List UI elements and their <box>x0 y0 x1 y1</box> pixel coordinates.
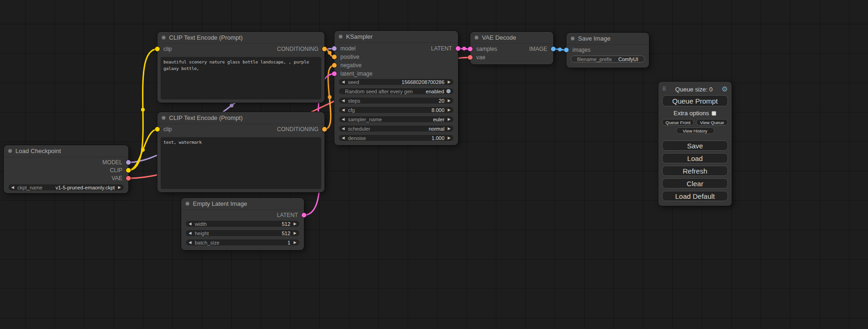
settings-gear-icon[interactable]: ⚙ <box>722 85 728 93</box>
node-header[interactable]: KSampler <box>334 31 458 43</box>
right-arrow-icon[interactable]: ▶ <box>294 241 296 245</box>
view-queue-button[interactable]: View Queue <box>696 119 728 126</box>
output-dot-clip[interactable] <box>126 168 131 173</box>
load-default-button[interactable]: Load Default <box>662 191 728 201</box>
node-clip-text-encode-positive[interactable]: CLIP Text Encode (Prompt) clip CONDITION… <box>157 32 325 103</box>
input-dot-positive[interactable] <box>332 55 337 59</box>
clear-button[interactable]: Clear <box>662 178 728 189</box>
left-arrow-icon[interactable]: ◀ <box>342 136 345 140</box>
output-dot-latent[interactable] <box>302 213 306 217</box>
right-arrow-icon[interactable]: ▶ <box>448 99 451 103</box>
width-widget[interactable]: ◀ width 512 ▶ <box>185 220 300 227</box>
left-arrow-icon[interactable]: ◀ <box>342 99 345 103</box>
batch-size-widget[interactable]: ◀ batch_size 1 ▶ <box>185 239 300 246</box>
toggle-knob-icon[interactable] <box>446 89 451 93</box>
widget-label: height <box>195 231 209 236</box>
collapse-dot-icon[interactable] <box>185 202 190 206</box>
right-arrow-icon[interactable]: ▶ <box>294 231 296 235</box>
denoise-widget[interactable]: ◀ denoise 1.000 ▶ <box>339 134 454 141</box>
node-header[interactable]: VAE Decode <box>470 32 553 44</box>
collapse-dot-icon[interactable] <box>162 116 166 120</box>
filename-prefix-widget[interactable]: filename_prefix ComfyUI <box>571 56 645 63</box>
output-dot-model[interactable] <box>126 160 131 165</box>
node-save-image[interactable]: Save Image images filename_prefix ComfyU… <box>566 33 649 68</box>
output-dot-latent[interactable] <box>456 46 460 51</box>
widget-value: v1-5-pruned-emaonly.ckpt <box>56 185 115 190</box>
node-vae-decode[interactable]: VAE Decode samples IMAGE vae <box>470 32 553 64</box>
input-dot-negative[interactable] <box>332 63 337 68</box>
node-empty-latent-image[interactable]: Empty Latent Image LATENT ◀ width 512 ▶ … <box>181 198 304 250</box>
right-arrow-icon[interactable]: ▶ <box>448 136 451 140</box>
cfg-widget[interactable]: ◀ cfg 8.000 ▶ <box>339 106 454 113</box>
collapse-dot-icon[interactable] <box>571 36 575 41</box>
collapse-dot-icon[interactable] <box>8 149 12 153</box>
input-dot-latent-image[interactable] <box>332 71 337 76</box>
output-slot-clip: CLIP <box>4 167 128 175</box>
wire-midpoint-dot[interactable] <box>230 104 233 107</box>
input-dot-samples[interactable] <box>468 47 473 51</box>
output-dot-conditioning[interactable] <box>322 47 327 51</box>
prompt-textarea[interactable]: text, watermark <box>161 137 321 189</box>
node-load-checkpoint[interactable]: Load Checkpoint MODEL CLIP VAE ◀ ckpt_na… <box>4 145 128 193</box>
wire-midpoint-dot[interactable] <box>328 95 332 99</box>
right-arrow-icon[interactable]: ▶ <box>448 108 451 112</box>
widget-label: filename_prefix <box>577 56 612 62</box>
output-dot-image[interactable] <box>551 47 556 51</box>
input-dot-images[interactable] <box>564 48 569 52</box>
left-arrow-icon[interactable]: ◀ <box>189 241 191 245</box>
left-arrow-icon[interactable]: ◀ <box>11 186 14 189</box>
node-header[interactable]: CLIP Text Encode (Prompt) <box>157 32 325 44</box>
left-arrow-icon[interactable]: ◀ <box>189 231 191 235</box>
extra-options-checkbox[interactable] <box>712 111 716 116</box>
collapse-dot-icon[interactable] <box>162 35 166 40</box>
right-arrow-icon[interactable]: ▶ <box>294 222 296 226</box>
node-clip-text-encode-negative[interactable]: CLIP Text Encode (Prompt) clip CONDITION… <box>157 112 325 192</box>
left-arrow-icon[interactable]: ◀ <box>342 118 345 121</box>
output-dot-vae[interactable] <box>126 176 131 181</box>
height-widget[interactable]: ◀ height 512 ▶ <box>185 230 300 237</box>
right-arrow-icon[interactable]: ▶ <box>448 127 451 131</box>
wire-midpoint-dot[interactable] <box>141 148 145 152</box>
view-history-button[interactable]: View History <box>676 127 714 134</box>
slot-label: IMAGE <box>529 46 547 52</box>
right-arrow-icon[interactable]: ▶ <box>118 186 121 189</box>
left-arrow-icon[interactable]: ◀ <box>342 108 345 112</box>
collapse-dot-icon[interactable] <box>474 35 479 40</box>
left-arrow-icon[interactable]: ◀ <box>342 127 345 131</box>
wire-midpoint-dot[interactable] <box>462 47 466 50</box>
right-arrow-icon[interactable]: ▶ <box>448 118 451 121</box>
slot-label: negative <box>340 62 361 69</box>
output-dot-conditioning[interactable] <box>322 127 327 132</box>
wire-midpoint-dot[interactable] <box>558 48 562 51</box>
load-button[interactable]: Load <box>662 153 728 163</box>
prompt-textarea[interactable]: beautiful scenery nature glass bottle la… <box>161 57 321 99</box>
input-dot-clip[interactable] <box>155 47 160 51</box>
left-arrow-icon[interactable]: ◀ <box>189 222 191 226</box>
random-seed-toggle-widget[interactable]: Random seed after every gen enabled <box>339 88 454 95</box>
input-dot-vae[interactable] <box>468 55 473 60</box>
seed-widget[interactable]: ◀ seed 156680208700286 ▶ <box>339 78 454 85</box>
wire-midpoint-dot[interactable] <box>141 108 145 112</box>
steps-widget[interactable]: ◀ steps 20 ▶ <box>339 97 454 104</box>
scheduler-widget[interactable]: ◀ scheduler normal ▶ <box>339 125 454 132</box>
queue-prompt-button[interactable]: Queue Prompt <box>662 95 728 106</box>
node-header[interactable]: CLIP Text Encode (Prompt) <box>157 112 325 124</box>
wire-midpoint-dot[interactable] <box>328 51 332 55</box>
node-header[interactable]: Save Image <box>566 33 649 45</box>
input-dot-model[interactable] <box>332 46 337 51</box>
node-header[interactable]: Load Checkpoint <box>4 145 128 157</box>
save-button[interactable]: Save <box>662 140 728 151</box>
left-arrow-icon[interactable]: ◀ <box>342 80 345 84</box>
sampler-name-widget[interactable]: ◀ sampler_name euler ▶ <box>339 116 454 123</box>
node-ksampler[interactable]: KSampler model LATENT positive negative … <box>334 31 458 145</box>
ckpt-name-widget[interactable]: ◀ ckpt_name v1-5-pruned-emaonly.ckpt ▶ <box>8 184 124 191</box>
drag-handle-icon[interactable]: ⠿ <box>662 86 666 92</box>
graph-canvas[interactable]: Load Checkpoint MODEL CLIP VAE ◀ ckpt_na… <box>0 0 868 329</box>
input-dot-clip[interactable] <box>155 127 160 132</box>
slot-row-model-latent: model LATENT <box>334 44 458 53</box>
refresh-button[interactable]: Refresh <box>662 166 728 176</box>
collapse-dot-icon[interactable] <box>339 35 343 39</box>
node-header[interactable]: Empty Latent Image <box>181 198 304 210</box>
queue-front-button[interactable]: Queue Front <box>662 119 694 126</box>
right-arrow-icon[interactable]: ▶ <box>448 80 451 84</box>
